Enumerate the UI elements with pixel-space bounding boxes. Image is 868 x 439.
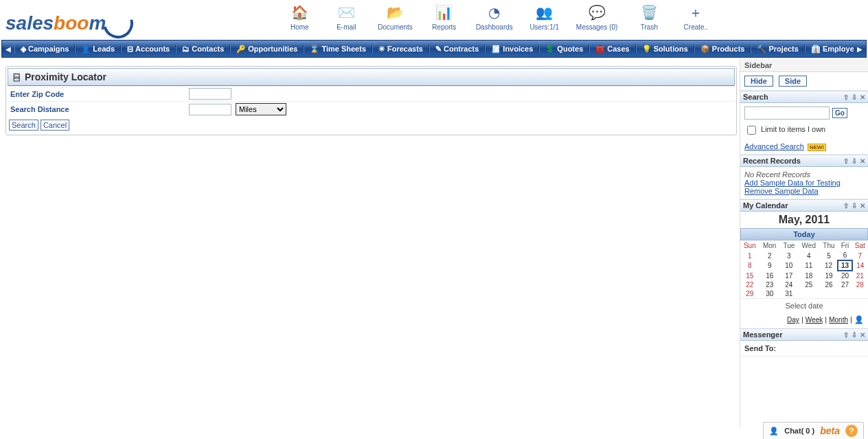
search-distance-input[interactable]: [189, 104, 231, 115]
documents-icon: 📂: [386, 3, 405, 22]
top-icon-messages[interactable]: 💬Messages (0): [576, 3, 618, 31]
sidebar-hide-button[interactable]: Hide: [744, 76, 773, 87]
widget-close-icon[interactable]: ✕: [860, 93, 865, 101]
sidebar-search-input[interactable]: [744, 106, 830, 120]
nav-item-contacts[interactable]: 🗂Contacts: [176, 45, 230, 54]
nav-item-invoices[interactable]: 🧾Invoices: [485, 45, 539, 54]
sidebar-search-go-button[interactable]: Go: [832, 108, 847, 118]
nav-item-contracts[interactable]: ✎Contracts: [429, 45, 485, 54]
calendar-day-cell[interactable]: 5: [820, 251, 838, 260]
top-icon-reports[interactable]: 📊Reports: [429, 3, 459, 31]
widget-move-up-icon[interactable]: ⇧: [843, 331, 849, 339]
calendar-day-cell[interactable]: 7: [852, 251, 868, 260]
calendar-day-cell[interactable]: 6: [838, 251, 852, 260]
widget-move-down-icon[interactable]: ⇩: [852, 202, 857, 210]
chat-help-icon[interactable]: ?: [845, 425, 858, 427]
widget-move-down-icon[interactable]: ⇩: [852, 93, 857, 101]
sidebar-side-button[interactable]: Side: [779, 76, 807, 87]
calendar-day-cell[interactable]: 4: [798, 251, 820, 260]
nav-item-leads[interactable]: 👤Leads: [75, 45, 121, 54]
calendar-day-cell[interactable]: 25: [798, 280, 820, 289]
calendar-day-cell[interactable]: 31: [780, 289, 798, 298]
calendar-week-view-link[interactable]: Week: [806, 316, 823, 324]
limit-to-own-checkbox[interactable]: [747, 126, 756, 135]
calendar-day-cell[interactable]: 12: [820, 260, 838, 271]
top-icon-documents[interactable]: 📂Documents: [378, 3, 413, 31]
calendar-day-cell[interactable]: 30: [760, 289, 780, 298]
nav-item-projects[interactable]: 🔨Projects: [751, 45, 804, 54]
nav-scroll-left[interactable]: ◀: [2, 45, 14, 53]
nav-item-label: Accounts: [135, 45, 170, 53]
calendar-select-date-label: Select date: [740, 298, 868, 313]
calendar-day-cell[interactable]: 10: [780, 260, 798, 271]
top-icon-create[interactable]: ＋Create..: [681, 3, 711, 31]
nav-item-cases[interactable]: 🧰Cases: [589, 45, 635, 54]
calendar-day-cell[interactable]: 16: [760, 271, 780, 280]
calendar-day-cell[interactable]: 9: [760, 260, 780, 271]
widget-move-down-icon[interactable]: ⇩: [852, 331, 857, 339]
calendar-day-cell[interactable]: 24: [780, 280, 798, 289]
opportunities-icon: 🔑: [236, 45, 246, 54]
widget-move-up-icon[interactable]: ⇧: [843, 93, 849, 101]
chat-bar[interactable]: 👤 Chat( 0 ) beta ?: [763, 422, 864, 427]
cancel-button[interactable]: Cancel: [41, 120, 69, 131]
calendar-day-cell[interactable]: 2: [760, 251, 780, 260]
nav-item-forecasts[interactable]: ☀Forecasts: [372, 45, 429, 54]
nav-item-quotes[interactable]: 💲Quotes: [539, 45, 589, 54]
widget-move-down-icon[interactable]: ⇩: [852, 157, 857, 165]
calendar-dow-header: Sat: [852, 240, 868, 251]
calendar-day-cell[interactable]: 28: [852, 280, 868, 289]
calendar-day-view-link[interactable]: Day: [787, 316, 799, 324]
top-icon-dashboards[interactable]: ◔Dashboards: [476, 3, 513, 31]
calendar-day-cell: [852, 289, 868, 298]
top-icon-label: Reports: [432, 23, 456, 31]
widget-close-icon[interactable]: ✕: [860, 331, 865, 339]
nav-item-employees[interactable]: 👔Employees: [805, 45, 854, 54]
remove-sample-data-link[interactable]: Remove Sample Data: [744, 187, 819, 195]
nav-scroll-right[interactable]: ▶: [854, 45, 866, 53]
calendar-day-cell[interactable]: 20: [838, 271, 852, 280]
nav-item-opportunities[interactable]: 🔑Opportunities: [230, 45, 304, 54]
top-icon-users[interactable]: 👥Users:1/1: [529, 3, 560, 31]
calendar-day-cell[interactable]: 21: [852, 271, 868, 280]
calendar-day-cell[interactable]: 22: [740, 280, 760, 289]
calendar-day-cell[interactable]: 8: [740, 260, 760, 271]
zip-code-input[interactable]: [189, 88, 231, 100]
calendar-day-cell[interactable]: 15: [740, 271, 760, 280]
calendar-month-view-link[interactable]: Month: [829, 316, 848, 324]
calendar-day-cell[interactable]: 27: [838, 280, 852, 289]
calendar-user-icon[interactable]: 👤: [854, 315, 864, 324]
widget-close-icon[interactable]: ✕: [860, 157, 865, 165]
calendar-day-cell[interactable]: 23: [760, 280, 780, 289]
calendar-day-cell[interactable]: 14: [852, 260, 868, 271]
top-icon-label: Dashboards: [476, 23, 513, 31]
nav-item-solutions[interactable]: 💡Solutions: [636, 45, 694, 54]
distance-units-select[interactable]: MilesKilometers: [236, 103, 286, 115]
nav-item-label: Contacts: [192, 45, 224, 53]
calendar-day-cell[interactable]: 18: [798, 271, 820, 280]
calendar-day-cell[interactable]: 19: [820, 271, 838, 280]
top-icon-label: Home: [290, 23, 309, 31]
nav-item-campaigns[interactable]: ◈Campaigns: [14, 45, 75, 54]
calendar-day-cell[interactable]: 11: [798, 260, 820, 271]
nav-item-accounts[interactable]: ⊟Accounts: [121, 45, 176, 54]
calendar-day-cell[interactable]: 1: [740, 251, 760, 260]
calendar-day-cell[interactable]: 29: [740, 289, 760, 298]
calendar-day-cell[interactable]: 13: [838, 260, 852, 271]
advanced-search-link[interactable]: Advanced Search: [744, 142, 804, 150]
widget-move-up-icon[interactable]: ⇧: [843, 157, 849, 165]
top-icon-home[interactable]: 🏠Home: [284, 3, 315, 31]
add-sample-data-link[interactable]: Add Sample Data for Testing: [744, 179, 841, 187]
logo[interactable]: V8 salesboom: [5, 3, 133, 38]
calendar-today-button[interactable]: Today: [740, 228, 868, 240]
widget-move-up-icon[interactable]: ⇧: [843, 202, 849, 210]
calendar-day-cell[interactable]: 26: [820, 280, 838, 289]
calendar-day-cell[interactable]: 3: [780, 251, 798, 260]
search-button[interactable]: Search: [9, 120, 38, 131]
calendar-day-cell[interactable]: 17: [780, 271, 798, 280]
top-icon-email[interactable]: ✉️E-mail: [331, 3, 361, 31]
widget-close-icon[interactable]: ✕: [860, 202, 865, 210]
top-icon-trash[interactable]: 🗑️Trash: [634, 3, 664, 31]
nav-item-products[interactable]: 📦Products: [694, 45, 751, 54]
nav-item-timesheets[interactable]: ⌛Time Sheets: [304, 45, 372, 54]
